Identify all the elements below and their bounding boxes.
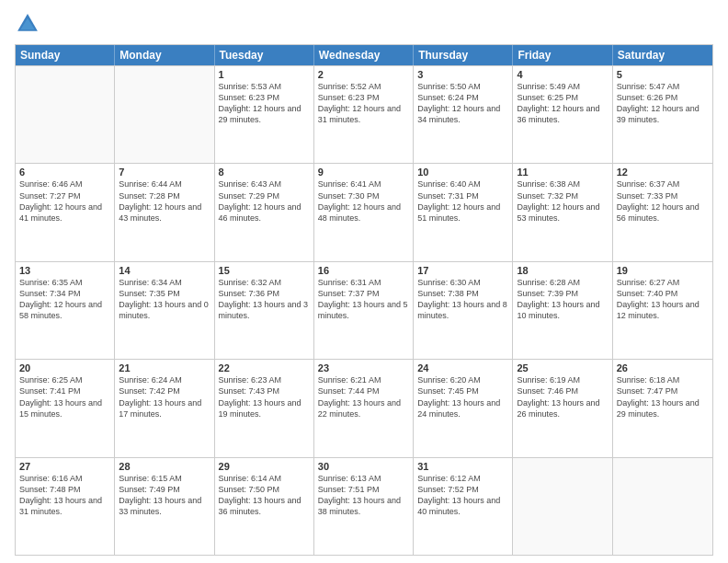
day-number: 20: [19, 362, 110, 373]
header-day-monday: Monday: [115, 45, 214, 65]
day-info: Sunrise: 6:43 AMSunset: 7:29 PMDaylight:…: [219, 178, 310, 224]
day-number: 5: [617, 69, 709, 80]
day-info: Sunrise: 6:34 AMSunset: 7:35 PMDaylight:…: [119, 277, 210, 322]
calendar-row-4: 27Sunrise: 6:16 AMSunset: 7:48 PMDayligh…: [16, 457, 712, 555]
day-number: 17: [417, 265, 508, 276]
day-cell-19: 19Sunrise: 6:27 AMSunset: 7:40 PMDayligh…: [613, 262, 712, 359]
day-number: 19: [617, 265, 709, 276]
day-cell-21: 21Sunrise: 6:24 AMSunset: 7:42 PMDayligh…: [115, 360, 214, 456]
day-info: Sunrise: 6:18 AMSunset: 7:47 PMDaylight:…: [617, 374, 709, 419]
day-cell-26: 26Sunrise: 6:18 AMSunset: 7:47 PMDayligh…: [613, 360, 712, 456]
day-info: Sunrise: 6:16 AMSunset: 7:48 PMDaylight:…: [19, 473, 110, 518]
day-cell-31: 31Sunrise: 6:12 AMSunset: 7:52 PMDayligh…: [414, 458, 513, 555]
day-number: 27: [19, 461, 110, 472]
day-number: 21: [119, 362, 210, 373]
day-number: 31: [417, 461, 508, 472]
day-info: Sunrise: 6:27 AMSunset: 7:40 PMDaylight:…: [617, 277, 709, 322]
day-cell-24: 24Sunrise: 6:20 AMSunset: 7:45 PMDayligh…: [414, 360, 513, 456]
day-cell-18: 18Sunrise: 6:28 AMSunset: 7:39 PMDayligh…: [513, 262, 612, 359]
day-number: 11: [517, 167, 608, 178]
day-cell-27: 27Sunrise: 6:16 AMSunset: 7:48 PMDayligh…: [16, 458, 115, 555]
day-number: 18: [517, 265, 608, 276]
day-number: 8: [219, 167, 310, 178]
page: SundayMondayTuesdayWednesdayThursdayFrid…: [0, 0, 728, 563]
day-info: Sunrise: 6:12 AMSunset: 7:52 PMDaylight:…: [417, 473, 508, 518]
day-number: 4: [517, 69, 608, 80]
day-number: 10: [417, 167, 508, 178]
day-number: 12: [617, 167, 709, 178]
day-cell-30: 30Sunrise: 6:13 AMSunset: 7:51 PMDayligh…: [314, 458, 414, 555]
day-cell-12: 12Sunrise: 6:37 AMSunset: 7:33 PMDayligh…: [613, 164, 712, 260]
day-cell-14: 14Sunrise: 6:34 AMSunset: 7:35 PMDayligh…: [115, 262, 214, 359]
day-info: Sunrise: 6:30 AMSunset: 7:38 PMDaylight:…: [417, 277, 508, 322]
day-info: Sunrise: 5:47 AMSunset: 6:26 PMDaylight:…: [617, 81, 709, 126]
day-info: Sunrise: 6:14 AMSunset: 7:50 PMDaylight:…: [219, 473, 310, 518]
day-cell-8: 8Sunrise: 6:43 AMSunset: 7:29 PMDaylight…: [215, 164, 314, 260]
day-cell-22: 22Sunrise: 6:23 AMSunset: 7:43 PMDayligh…: [215, 360, 314, 456]
day-number: 15: [219, 265, 310, 276]
day-info: Sunrise: 6:40 AMSunset: 7:31 PMDaylight:…: [417, 178, 508, 224]
calendar: SundayMondayTuesdayWednesdayThursdayFrid…: [15, 44, 713, 556]
day-info: Sunrise: 6:15 AMSunset: 7:49 PMDaylight:…: [119, 473, 210, 518]
day-cell-29: 29Sunrise: 6:14 AMSunset: 7:50 PMDayligh…: [215, 458, 314, 555]
empty-cell: [513, 458, 612, 555]
day-cell-1: 1Sunrise: 5:53 AMSunset: 6:23 PMDaylight…: [215, 66, 314, 163]
day-cell-23: 23Sunrise: 6:21 AMSunset: 7:44 PMDayligh…: [314, 360, 414, 456]
day-cell-7: 7Sunrise: 6:44 AMSunset: 7:28 PMDaylight…: [115, 164, 214, 260]
empty-cell: [613, 458, 712, 555]
day-cell-17: 17Sunrise: 6:30 AMSunset: 7:38 PMDayligh…: [414, 262, 513, 359]
calendar-row-2: 13Sunrise: 6:35 AMSunset: 7:34 PMDayligh…: [16, 261, 712, 359]
calendar-body: 1Sunrise: 5:53 AMSunset: 6:23 PMDaylight…: [16, 65, 712, 555]
calendar-row-1: 6Sunrise: 6:46 AMSunset: 7:27 PMDaylight…: [16, 163, 712, 260]
day-number: 16: [318, 265, 409, 276]
empty-cell: [16, 66, 115, 163]
day-number: 1: [219, 69, 310, 80]
header-day-saturday: Saturday: [613, 45, 712, 65]
day-cell-5: 5Sunrise: 5:47 AMSunset: 6:26 PMDaylight…: [613, 66, 712, 163]
day-number: 13: [19, 265, 110, 276]
day-info: Sunrise: 6:23 AMSunset: 7:43 PMDaylight:…: [219, 374, 310, 419]
header-day-thursday: Thursday: [414, 45, 513, 65]
day-number: 3: [417, 69, 508, 80]
day-info: Sunrise: 6:21 AMSunset: 7:44 PMDaylight:…: [318, 374, 409, 419]
day-number: 7: [119, 167, 210, 178]
day-cell-3: 3Sunrise: 5:50 AMSunset: 6:24 PMDaylight…: [414, 66, 513, 163]
calendar-row-0: 1Sunrise: 5:53 AMSunset: 6:23 PMDaylight…: [16, 65, 712, 163]
day-cell-10: 10Sunrise: 6:40 AMSunset: 7:31 PMDayligh…: [414, 164, 513, 260]
day-info: Sunrise: 6:46 AMSunset: 7:27 PMDaylight:…: [19, 178, 110, 224]
day-number: 2: [318, 69, 409, 80]
day-info: Sunrise: 6:32 AMSunset: 7:36 PMDaylight:…: [219, 277, 310, 322]
day-number: 22: [219, 362, 310, 373]
header-day-friday: Friday: [513, 45, 612, 65]
day-info: Sunrise: 6:25 AMSunset: 7:41 PMDaylight:…: [19, 374, 110, 419]
day-info: Sunrise: 6:31 AMSunset: 7:37 PMDaylight:…: [318, 277, 409, 322]
day-number: 6: [19, 167, 110, 178]
day-info: Sunrise: 6:19 AMSunset: 7:46 PMDaylight:…: [517, 374, 608, 419]
day-info: Sunrise: 5:49 AMSunset: 6:25 PMDaylight:…: [517, 81, 608, 126]
logo-icon: [15, 11, 40, 37]
day-number: 30: [318, 461, 409, 472]
day-number: 24: [417, 362, 508, 373]
day-info: Sunrise: 6:38 AMSunset: 7:32 PMDaylight:…: [517, 178, 608, 224]
day-info: Sunrise: 6:20 AMSunset: 7:45 PMDaylight:…: [417, 374, 508, 419]
day-cell-16: 16Sunrise: 6:31 AMSunset: 7:37 PMDayligh…: [314, 262, 414, 359]
day-cell-20: 20Sunrise: 6:25 AMSunset: 7:41 PMDayligh…: [16, 360, 115, 456]
day-number: 14: [119, 265, 210, 276]
header-day-sunday: Sunday: [16, 45, 115, 65]
day-number: 23: [318, 362, 409, 373]
calendar-header: SundayMondayTuesdayWednesdayThursdayFrid…: [16, 45, 712, 65]
day-cell-6: 6Sunrise: 6:46 AMSunset: 7:27 PMDaylight…: [16, 164, 115, 260]
day-info: Sunrise: 5:53 AMSunset: 6:23 PMDaylight:…: [219, 81, 310, 126]
day-number: 9: [318, 167, 409, 178]
calendar-row-3: 20Sunrise: 6:25 AMSunset: 7:41 PMDayligh…: [16, 359, 712, 456]
day-cell-28: 28Sunrise: 6:15 AMSunset: 7:49 PMDayligh…: [115, 458, 214, 555]
day-number: 26: [617, 362, 709, 373]
day-info: Sunrise: 6:35 AMSunset: 7:34 PMDaylight:…: [19, 277, 110, 322]
day-cell-2: 2Sunrise: 5:52 AMSunset: 6:23 PMDaylight…: [314, 66, 414, 163]
day-cell-11: 11Sunrise: 6:38 AMSunset: 7:32 PMDayligh…: [513, 164, 612, 260]
day-info: Sunrise: 6:44 AMSunset: 7:28 PMDaylight:…: [119, 178, 210, 224]
header-day-wednesday: Wednesday: [314, 45, 414, 65]
day-info: Sunrise: 6:41 AMSunset: 7:30 PMDaylight:…: [318, 178, 409, 224]
day-cell-9: 9Sunrise: 6:41 AMSunset: 7:30 PMDaylight…: [314, 164, 414, 260]
day-number: 25: [517, 362, 608, 373]
